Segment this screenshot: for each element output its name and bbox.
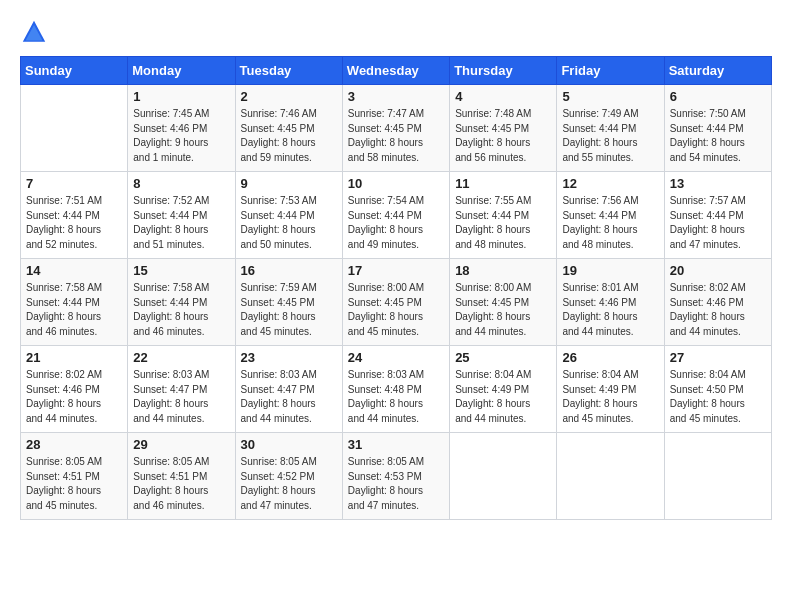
day-number: 30 <box>241 437 337 452</box>
day-info: Sunrise: 8:00 AMSunset: 4:45 PMDaylight:… <box>348 281 444 339</box>
day-number: 14 <box>26 263 122 278</box>
day-info: Sunrise: 7:55 AMSunset: 4:44 PMDaylight:… <box>455 194 551 252</box>
cell-week4-day3: 31Sunrise: 8:05 AMSunset: 4:53 PMDayligh… <box>342 433 449 520</box>
header-monday: Monday <box>128 57 235 85</box>
cell-week4-day5 <box>557 433 664 520</box>
header-wednesday: Wednesday <box>342 57 449 85</box>
day-number: 6 <box>670 89 766 104</box>
logo-icon <box>20 18 48 46</box>
day-number: 13 <box>670 176 766 191</box>
week-row-0: 1Sunrise: 7:45 AMSunset: 4:46 PMDaylight… <box>21 85 772 172</box>
day-number: 20 <box>670 263 766 278</box>
logo <box>20 18 54 46</box>
week-row-4: 28Sunrise: 8:05 AMSunset: 4:51 PMDayligh… <box>21 433 772 520</box>
cell-week2-day6: 20Sunrise: 8:02 AMSunset: 4:46 PMDayligh… <box>664 259 771 346</box>
header-saturday: Saturday <box>664 57 771 85</box>
day-info: Sunrise: 8:05 AMSunset: 4:52 PMDaylight:… <box>241 455 337 513</box>
day-info: Sunrise: 7:50 AMSunset: 4:44 PMDaylight:… <box>670 107 766 165</box>
day-number: 24 <box>348 350 444 365</box>
cell-week2-day4: 18Sunrise: 8:00 AMSunset: 4:45 PMDayligh… <box>450 259 557 346</box>
day-number: 17 <box>348 263 444 278</box>
day-number: 10 <box>348 176 444 191</box>
day-info: Sunrise: 8:02 AMSunset: 4:46 PMDaylight:… <box>670 281 766 339</box>
day-info: Sunrise: 8:05 AMSunset: 4:51 PMDaylight:… <box>26 455 122 513</box>
day-info: Sunrise: 7:51 AMSunset: 4:44 PMDaylight:… <box>26 194 122 252</box>
day-info: Sunrise: 8:04 AMSunset: 4:49 PMDaylight:… <box>562 368 658 426</box>
cell-week3-day6: 27Sunrise: 8:04 AMSunset: 4:50 PMDayligh… <box>664 346 771 433</box>
day-number: 21 <box>26 350 122 365</box>
header-tuesday: Tuesday <box>235 57 342 85</box>
header-friday: Friday <box>557 57 664 85</box>
day-number: 18 <box>455 263 551 278</box>
day-info: Sunrise: 7:58 AMSunset: 4:44 PMDaylight:… <box>133 281 229 339</box>
day-info: Sunrise: 8:03 AMSunset: 4:48 PMDaylight:… <box>348 368 444 426</box>
calendar-table: SundayMondayTuesdayWednesdayThursdayFrid… <box>20 56 772 520</box>
cell-week0-day4: 4Sunrise: 7:48 AMSunset: 4:45 PMDaylight… <box>450 85 557 172</box>
day-number: 29 <box>133 437 229 452</box>
day-info: Sunrise: 7:53 AMSunset: 4:44 PMDaylight:… <box>241 194 337 252</box>
week-row-1: 7Sunrise: 7:51 AMSunset: 4:44 PMDaylight… <box>21 172 772 259</box>
cell-week1-day2: 9Sunrise: 7:53 AMSunset: 4:44 PMDaylight… <box>235 172 342 259</box>
cell-week4-day1: 29Sunrise: 8:05 AMSunset: 4:51 PMDayligh… <box>128 433 235 520</box>
day-number: 11 <box>455 176 551 191</box>
cell-week3-day0: 21Sunrise: 8:02 AMSunset: 4:46 PMDayligh… <box>21 346 128 433</box>
day-number: 23 <box>241 350 337 365</box>
day-number: 31 <box>348 437 444 452</box>
cell-week1-day6: 13Sunrise: 7:57 AMSunset: 4:44 PMDayligh… <box>664 172 771 259</box>
cell-week1-day4: 11Sunrise: 7:55 AMSunset: 4:44 PMDayligh… <box>450 172 557 259</box>
week-row-2: 14Sunrise: 7:58 AMSunset: 4:44 PMDayligh… <box>21 259 772 346</box>
cell-week3-day4: 25Sunrise: 8:04 AMSunset: 4:49 PMDayligh… <box>450 346 557 433</box>
cell-week0-day3: 3Sunrise: 7:47 AMSunset: 4:45 PMDaylight… <box>342 85 449 172</box>
cell-week4-day2: 30Sunrise: 8:05 AMSunset: 4:52 PMDayligh… <box>235 433 342 520</box>
day-number: 3 <box>348 89 444 104</box>
cell-week3-day1: 22Sunrise: 8:03 AMSunset: 4:47 PMDayligh… <box>128 346 235 433</box>
day-info: Sunrise: 7:49 AMSunset: 4:44 PMDaylight:… <box>562 107 658 165</box>
day-info: Sunrise: 7:45 AMSunset: 4:46 PMDaylight:… <box>133 107 229 165</box>
cell-week0-day5: 5Sunrise: 7:49 AMSunset: 4:44 PMDaylight… <box>557 85 664 172</box>
day-info: Sunrise: 8:04 AMSunset: 4:50 PMDaylight:… <box>670 368 766 426</box>
cell-week0-day6: 6Sunrise: 7:50 AMSunset: 4:44 PMDaylight… <box>664 85 771 172</box>
day-info: Sunrise: 7:54 AMSunset: 4:44 PMDaylight:… <box>348 194 444 252</box>
cell-week4-day6 <box>664 433 771 520</box>
day-info: Sunrise: 7:46 AMSunset: 4:45 PMDaylight:… <box>241 107 337 165</box>
day-number: 4 <box>455 89 551 104</box>
cell-week1-day0: 7Sunrise: 7:51 AMSunset: 4:44 PMDaylight… <box>21 172 128 259</box>
week-row-3: 21Sunrise: 8:02 AMSunset: 4:46 PMDayligh… <box>21 346 772 433</box>
day-number: 16 <box>241 263 337 278</box>
day-info: Sunrise: 7:57 AMSunset: 4:44 PMDaylight:… <box>670 194 766 252</box>
day-info: Sunrise: 8:03 AMSunset: 4:47 PMDaylight:… <box>241 368 337 426</box>
cell-week0-day0 <box>21 85 128 172</box>
day-number: 15 <box>133 263 229 278</box>
day-number: 25 <box>455 350 551 365</box>
header-row: SundayMondayTuesdayWednesdayThursdayFrid… <box>21 57 772 85</box>
day-info: Sunrise: 7:58 AMSunset: 4:44 PMDaylight:… <box>26 281 122 339</box>
day-info: Sunrise: 8:01 AMSunset: 4:46 PMDaylight:… <box>562 281 658 339</box>
cell-week1-day3: 10Sunrise: 7:54 AMSunset: 4:44 PMDayligh… <box>342 172 449 259</box>
day-info: Sunrise: 8:04 AMSunset: 4:49 PMDaylight:… <box>455 368 551 426</box>
cell-week3-day2: 23Sunrise: 8:03 AMSunset: 4:47 PMDayligh… <box>235 346 342 433</box>
day-info: Sunrise: 7:56 AMSunset: 4:44 PMDaylight:… <box>562 194 658 252</box>
cell-week2-day2: 16Sunrise: 7:59 AMSunset: 4:45 PMDayligh… <box>235 259 342 346</box>
day-number: 19 <box>562 263 658 278</box>
day-info: Sunrise: 8:03 AMSunset: 4:47 PMDaylight:… <box>133 368 229 426</box>
cell-week1-day5: 12Sunrise: 7:56 AMSunset: 4:44 PMDayligh… <box>557 172 664 259</box>
day-info: Sunrise: 7:47 AMSunset: 4:45 PMDaylight:… <box>348 107 444 165</box>
page-container: SundayMondayTuesdayWednesdayThursdayFrid… <box>0 0 792 534</box>
day-number: 9 <box>241 176 337 191</box>
day-number: 22 <box>133 350 229 365</box>
day-number: 28 <box>26 437 122 452</box>
cell-week0-day2: 2Sunrise: 7:46 AMSunset: 4:45 PMDaylight… <box>235 85 342 172</box>
day-number: 8 <box>133 176 229 191</box>
day-number: 5 <box>562 89 658 104</box>
day-number: 7 <box>26 176 122 191</box>
day-info: Sunrise: 7:48 AMSunset: 4:45 PMDaylight:… <box>455 107 551 165</box>
day-info: Sunrise: 8:05 AMSunset: 4:53 PMDaylight:… <box>348 455 444 513</box>
day-number: 1 <box>133 89 229 104</box>
header-thursday: Thursday <box>450 57 557 85</box>
day-number: 2 <box>241 89 337 104</box>
cell-week2-day5: 19Sunrise: 8:01 AMSunset: 4:46 PMDayligh… <box>557 259 664 346</box>
day-info: Sunrise: 8:00 AMSunset: 4:45 PMDaylight:… <box>455 281 551 339</box>
cell-week4-day0: 28Sunrise: 8:05 AMSunset: 4:51 PMDayligh… <box>21 433 128 520</box>
header-sunday: Sunday <box>21 57 128 85</box>
cell-week1-day1: 8Sunrise: 7:52 AMSunset: 4:44 PMDaylight… <box>128 172 235 259</box>
